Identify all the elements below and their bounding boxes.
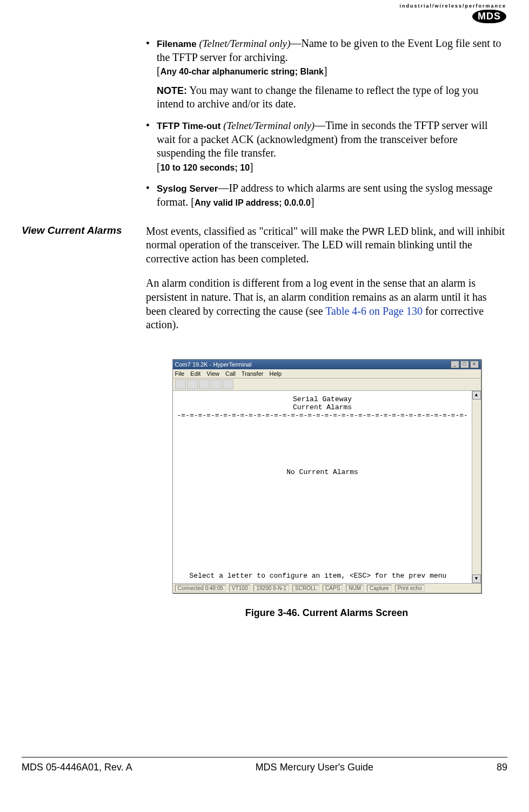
- note-text: You may want to change the filename to r…: [157, 84, 478, 110]
- menu-item: Help: [269, 370, 282, 377]
- scrollbar: ▲ ▼: [472, 391, 481, 583]
- param-term: Syslog Server: [157, 184, 218, 194]
- pwr-led-label: PWR: [362, 226, 385, 237]
- param-constraint: Any valid IP address; 0.0.0.0: [195, 198, 311, 207]
- figure-caption: Figure 3-46. Current Alarms Screen: [146, 607, 507, 619]
- menu-item: Transfer: [242, 370, 264, 377]
- menu-item: Call: [225, 370, 236, 377]
- param-constraint: 10 to 120 seconds; 10: [160, 163, 250, 172]
- footer-page-number: 89: [497, 762, 507, 773]
- status-bar: Connected 0:48:05 VT100 19200 8-N-1 SCRO…: [173, 583, 481, 593]
- toolbar: [173, 378, 481, 391]
- maximize-icon: □: [460, 361, 469, 368]
- window-title: Com7 19.2K - HyperTerminal: [175, 361, 252, 368]
- body-paragraph: An alarm condition is different from a l…: [146, 276, 507, 331]
- status-cell: CAPS: [323, 585, 343, 592]
- brand-badge: MDS: [472, 10, 506, 23]
- param-desc-tail: ]: [311, 196, 314, 208]
- status-cell: Connected 0:48:05: [175, 585, 226, 592]
- brand-logo: industrial/wireless/performance MDS: [399, 3, 506, 23]
- status-cell: VT100: [229, 585, 250, 592]
- terminal-screenshot: Com7 19.2K - HyperTerminal _ □ × File Ed…: [172, 359, 481, 593]
- note-label: NOTE:: [157, 85, 187, 96]
- brand-tagline: industrial/wireless/performance: [399, 3, 506, 9]
- minimize-icon: _: [451, 361, 459, 368]
- status-cell: NUM: [346, 585, 364, 592]
- param-term: Filename: [157, 39, 197, 49]
- toolbar-button-icon: [187, 380, 198, 389]
- status-cell: Capture: [367, 585, 392, 592]
- body-paragraph: Most events, classified as "critical" wi…: [146, 225, 507, 266]
- list-item: Filename (Telnet/Terminal only)—Name to …: [146, 37, 507, 111]
- toolbar-button-icon: [175, 380, 186, 389]
- cross-reference-link[interactable]: Table 4-6 on Page 130: [325, 305, 423, 317]
- scroll-down-icon: ▼: [472, 574, 481, 583]
- window-titlebar: Com7 19.2K - HyperTerminal _ □ ×: [173, 360, 481, 369]
- terminal-hint: Select a letter to configure an item, <E…: [173, 572, 464, 580]
- menu-item: File: [175, 370, 185, 377]
- status-cell: Print echo: [395, 585, 425, 592]
- terminal-body: Serial Gateway Current Alarms -=-=-=-=-=…: [173, 391, 481, 583]
- parameter-list: Filename (Telnet/Terminal only)—Name to …: [146, 37, 507, 209]
- menu-item: Edit: [190, 370, 200, 377]
- param-qualifier: (Telnet/Terminal only): [197, 38, 291, 49]
- terminal-message: No Current Alarms: [177, 468, 468, 476]
- page-footer: MDS 05-4446A01, Rev. A MDS Mercury User'…: [22, 757, 507, 773]
- param-qualifier: (Telnet/Terminal only): [220, 120, 314, 131]
- terminal-rule: -=-=-=-=-=-=-=-=-=-=-=-=-=-=-=-=-=-=-=-=…: [177, 411, 468, 419]
- toolbar-button-icon: [211, 380, 222, 389]
- footer-center: MDS Mercury User's Guide: [256, 762, 373, 773]
- menu-item: View: [206, 370, 219, 377]
- param-note: NOTE: You may want to change the filenam…: [157, 84, 507, 111]
- scroll-up-icon: ▲: [472, 391, 481, 400]
- terminal-heading: Serial Gateway Current Alarms: [177, 395, 468, 411]
- footer-left: MDS 05-4446A01, Rev. A: [22, 762, 132, 773]
- close-icon: ×: [470, 361, 479, 368]
- toolbar-button-icon: [199, 380, 210, 389]
- list-item: TFTP Time-out (Telnet/Terminal only)—Tim…: [146, 119, 507, 174]
- toolbar-button-icon: [223, 380, 233, 389]
- menu-bar: File Edit View Call Transfer Help: [173, 369, 481, 378]
- param-term: TFTP Time-out: [157, 121, 220, 131]
- para-text: Most events, classified as "critical" wi…: [146, 225, 362, 237]
- param-constraint: Any 40-char alphanumeric string; Blank: [160, 67, 324, 76]
- status-cell: 19200 8-N-1: [253, 585, 289, 592]
- status-cell: SCROLL: [292, 585, 319, 592]
- section-heading: View Current Alarms: [22, 225, 130, 343]
- list-item: Syslog Server—IP address to which alarms…: [146, 181, 507, 209]
